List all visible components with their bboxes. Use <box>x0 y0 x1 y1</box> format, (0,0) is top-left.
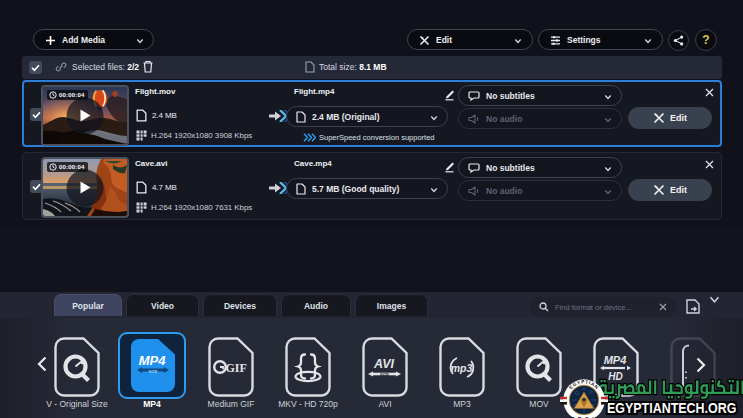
svg-text:mp3: mp3 <box>451 362 473 374</box>
svg-text:SIZE: SIZE <box>149 369 158 374</box>
svg-text:AVI: AVI <box>373 357 394 371</box>
svg-text:SIZE: SIZE <box>380 372 389 377</box>
svg-text:MP4: MP4 <box>139 353 167 368</box>
svg-text:GIF: GIF <box>226 361 247 375</box>
svg-text:MP4: MP4 <box>604 354 627 366</box>
